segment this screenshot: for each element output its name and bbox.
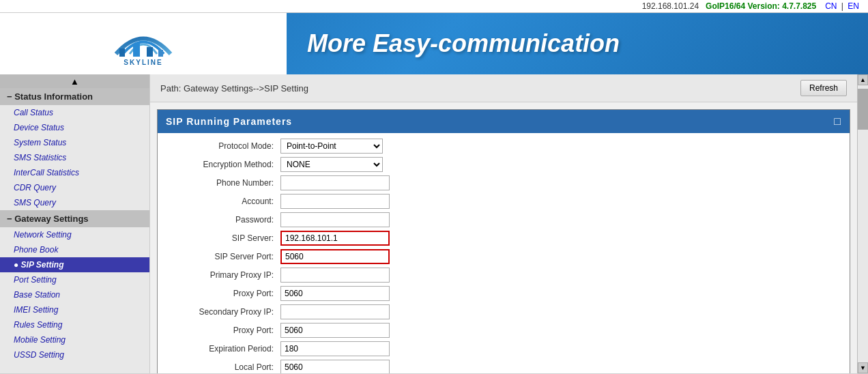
proxy-port2-input[interactable] [280,323,390,338]
proxy-port2-label: Proxy Port: [171,326,280,335]
proxy-port1-row: Proxy Port: [171,286,836,301]
panel-toggle-icon[interactable]: □ [834,115,841,128]
account-row: Account: [171,194,836,209]
header-top-bar: 192.168.101.24 GoIP16/64 Version: 4.7.7.… [0,0,868,13]
path-text: Path: Gateway Settings-->SIP Setting [160,83,308,94]
scroll-down-button[interactable]: ▼ [858,362,868,373]
sidebar-status-header: − Status Information [0,88,149,105]
sidebar-item-sip-setting[interactable]: SIP Setting [0,257,149,272]
sidebar-item-call-status[interactable]: Call Status [0,105,149,120]
sidebar-item-ussd-setting[interactable]: USSD Setting [0,347,149,362]
sidebar-item-base-station[interactable]: Base Station [0,287,149,302]
sidebar-item-sms-query[interactable]: SMS Query [0,195,149,210]
secondary-proxy-ip-row: Secondary Proxy IP: [171,304,836,319]
logo-area: SKYLINE [0,13,287,74]
sip-server-label: SIP Server: [171,233,280,243]
svg-rect-2 [147,47,153,57]
expiration-period-label: Expiration Period: [171,344,280,354]
primary-proxy-ip-input[interactable] [280,268,390,283]
phone-number-row: Phone Number: [171,175,836,190]
sip-panel-header: SIP Running Parameters □ [158,110,850,133]
expiration-period-row: Expiration Period: [171,341,836,356]
sidebar-item-rules-setting[interactable]: Rules Setting [0,317,149,332]
main-layout: ▲ − Status Information Call Status Devic… [0,74,868,373]
secondary-proxy-ip-label: Secondary Proxy IP: [171,307,280,317]
phone-number-input[interactable] [280,175,390,190]
sip-server-input[interactable] [280,231,390,246]
sip-panel: SIP Running Parameters □ Protocol Mode: … [157,109,850,373]
lang-cn-link[interactable]: CN [825,1,837,11]
header-banner: SKYLINE More Easy-communication [0,13,868,74]
sidebar-item-sms-statistics[interactable]: SMS Statistics [0,150,149,165]
sidebar-item-network-setting[interactable]: Network Setting [0,227,149,242]
refresh-button[interactable]: Refresh [800,80,847,96]
svg-text:SKYLINE: SKYLINE [124,59,162,66]
account-input[interactable] [280,194,390,209]
protocol-mode-select[interactable]: Point-to-Point SIP Proxy Peer-to-Peer [280,139,383,154]
sip-server-port-label: SIP Server Port: [171,252,280,261]
sidebar-item-phone-book[interactable]: Phone Book [0,242,149,257]
sidebar-item-mobile-setting[interactable]: Mobile Setting [0,332,149,347]
protocol-mode-label: Protocol Mode: [171,141,280,151]
sidebar-item-system-status[interactable]: System Status [0,135,149,150]
local-port-input[interactable] [280,360,390,373]
encryption-method-select[interactable]: NONE SRTP TLS [280,157,383,172]
primary-proxy-ip-label: Primary Proxy IP: [171,270,280,280]
path-bar: Path: Gateway Settings-->SIP Setting Ref… [150,74,857,102]
secondary-proxy-ip-input[interactable] [280,304,390,319]
content-area: Path: Gateway Settings-->SIP Setting Ref… [150,74,857,373]
password-row: Password: [171,212,836,227]
scroll-thumb[interactable] [858,89,868,130]
sip-form: Protocol Mode: Point-to-Point SIP Proxy … [158,133,850,373]
sip-server-row: SIP Server: [171,231,836,246]
sip-server-port-input[interactable] [280,249,390,264]
skyline-logo: SKYLINE [102,20,184,68]
sidebar: ▲ − Status Information Call Status Devic… [0,74,150,373]
sidebar-item-device-status[interactable]: Device Status [0,120,149,135]
banner-text: More Easy-communication [307,29,620,58]
password-input[interactable] [280,212,390,227]
encryption-method-row: Encryption Method: NONE SRTP TLS [171,157,836,172]
primary-proxy-ip-row: Primary Proxy IP: [171,268,836,283]
local-port-label: Local Port: [171,362,280,372]
sip-panel-title: SIP Running Parameters [166,116,292,127]
proxy-port1-label: Proxy Port: [171,289,280,298]
protocol-mode-row: Protocol Mode: Point-to-Point SIP Proxy … [171,139,836,154]
ip-address: 192.168.101.24 [642,1,699,11]
right-scrollbar: ▲ ▼ [857,74,868,373]
local-port-row: Local Port: [171,360,836,373]
sidebar-scroll-up[interactable]: ▲ [0,74,149,88]
svg-rect-0 [119,48,125,57]
sidebar-item-intercall-statistics[interactable]: InterCall Statistics [0,165,149,180]
sidebar-gateway-header: − Gateway Settings [0,210,149,227]
sidebar-item-imei-setting[interactable]: IMEI Setting [0,302,149,317]
sidebar-item-cdr-query[interactable]: CDR Query [0,180,149,195]
expiration-period-input[interactable] [280,341,390,356]
lang-en-link[interactable]: EN [848,1,859,11]
sidebar-item-port-setting[interactable]: Port Setting [0,272,149,287]
scroll-up-button[interactable]: ▲ [858,74,868,85]
svg-rect-1 [133,44,140,57]
lang-separator: | [841,1,843,11]
language-switcher[interactable]: CN | EN [823,1,861,11]
version-label: GoIP16/64 Version: 4.7.7.825 [706,1,816,11]
sip-server-port-row: SIP Server Port: [171,249,836,264]
proxy-port2-row: Proxy Port: [171,323,836,338]
phone-number-label: Phone Number: [171,178,280,188]
encryption-method-label: Encryption Method: [171,160,280,169]
account-label: Account: [171,197,280,206]
password-label: Password: [171,215,280,225]
proxy-port1-input[interactable] [280,286,390,301]
svg-rect-3 [158,50,163,57]
scroll-track [858,85,868,362]
